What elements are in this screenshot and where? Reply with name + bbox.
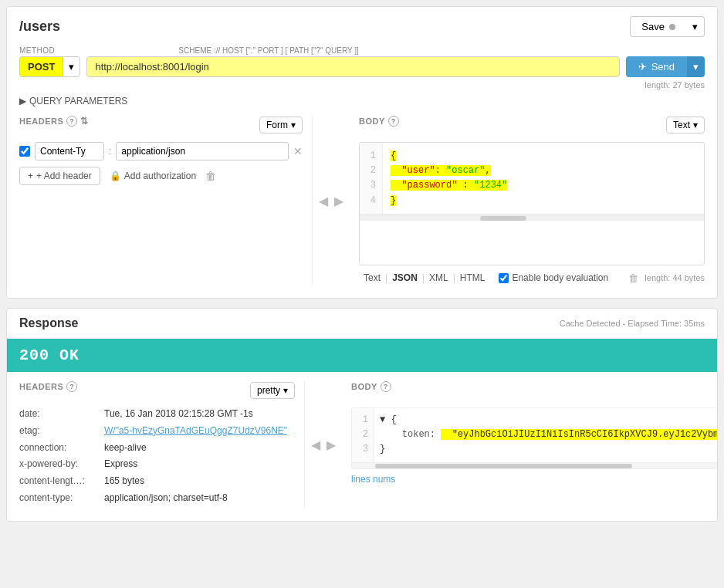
chevron-down-icon: ▾ xyxy=(692,21,698,32)
url-length: length: 27 bytes xyxy=(19,80,705,90)
body-trash-icon[interactable]: 🗑 xyxy=(628,272,638,284)
horizontal-scrollbar[interactable] xyxy=(360,215,704,221)
endpoint-title: /users xyxy=(19,19,60,35)
resp-header-key-xpoweredby: x-powered-by: xyxy=(19,458,104,471)
resp-header-key-date: date: xyxy=(19,407,104,421)
resp-code-content: ▼ { token: "eyJhbGciOiJIUzI1NiIsInR5cCI6… xyxy=(374,408,718,462)
lines-nums-label[interactable]: lines nums xyxy=(351,474,395,485)
expand-right-button[interactable]: ▶ xyxy=(331,192,347,210)
resp-headers-label: HEADERS xyxy=(19,382,63,391)
resp-headers-info-icon[interactable]: ? xyxy=(66,381,77,392)
resp-header-date: date: Tue, 16 Jan 2018 02:15:28 GMT -1s xyxy=(19,407,295,421)
headers-label: HEADERS xyxy=(19,117,63,126)
chevron-down-icon: ▾ xyxy=(693,61,699,73)
save-dot xyxy=(669,24,675,30)
body-length: length: 44 bytes xyxy=(644,273,705,282)
resp-header-val-connection: keep-alive xyxy=(104,441,147,455)
resp-body-label: BODY xyxy=(351,382,377,391)
resp-header-val-xpoweredby: Express xyxy=(104,458,137,471)
method-badge: POST xyxy=(19,56,63,77)
add-header-label: + Add header xyxy=(36,171,92,181)
headers-info-icon[interactable]: ? xyxy=(66,116,77,127)
resp-header-content-type: content-type: application/json; charset=… xyxy=(19,492,295,505)
status-200: 200 OK xyxy=(19,346,80,364)
cache-info: Cache Detected - Elapsed Time: 35ms xyxy=(560,319,705,328)
collapse-left-button[interactable]: ◀ xyxy=(316,192,331,210)
resp-header-key-etag: etag: xyxy=(19,424,104,438)
resp-body-info-icon[interactable]: ? xyxy=(381,381,391,392)
response-header-bar: Response Cache Detected - Elapsed Time: … xyxy=(7,309,717,339)
save-button[interactable]: Save xyxy=(630,16,686,37)
add-header-button[interactable]: + + Add header xyxy=(19,167,100,185)
query-params-label: QUERY PARAMETERS xyxy=(29,96,127,106)
header-key-input[interactable] xyxy=(35,142,104,161)
resp-header-key-content-type: content-type: xyxy=(19,492,104,505)
arrow-right-icon: ▶ xyxy=(19,96,26,106)
lock-icon: 🔒 xyxy=(110,171,121,181)
resp-header-etag: etag: W/"a5-hvEzyGnaTAdGEuQggZ7UdzV96NE" xyxy=(19,424,295,438)
header-colon: : xyxy=(109,146,111,157)
resp-line-numbers: 123 xyxy=(352,408,374,462)
enable-body-eval-text: Enable body evaluation xyxy=(512,272,608,283)
delete-headers-icon[interactable]: 🗑 xyxy=(205,170,216,182)
resp-header-x-powered-by: x-powered-by: Express xyxy=(19,458,295,471)
method-dropdown[interactable]: ▾ xyxy=(63,56,80,77)
resp-header-connection: connection: keep-alive xyxy=(19,441,295,455)
body-info-icon[interactable]: ? xyxy=(388,116,399,127)
resp-code-editor: 123 ▼ { token: "eyJhbGciOiJIUzI1NiIsInR5… xyxy=(351,407,718,469)
add-auth-button[interactable]: 🔒 Add authorization xyxy=(110,171,196,181)
chevron-down-icon: ▾ xyxy=(291,120,296,130)
method-label: METHOD xyxy=(19,46,55,55)
save-dropdown-button[interactable]: ▾ xyxy=(686,16,705,37)
enable-body-eval-checkbox[interactable] xyxy=(499,273,509,283)
format-json-button[interactable]: JSON xyxy=(387,270,422,286)
response-headers-list: date: Tue, 16 Jan 2018 02:15:28 GMT -1s … xyxy=(19,407,295,505)
resp-collapse-left-button[interactable]: ◀ xyxy=(308,436,323,454)
format-text-button[interactable]: Text xyxy=(359,270,385,286)
status-bar: 200 OK xyxy=(7,339,717,372)
chevron-down-icon: ▾ xyxy=(283,385,288,396)
resp-header-key-content-length: content-lengt…: xyxy=(19,475,104,488)
url-input[interactable] xyxy=(86,56,619,77)
sort-icon[interactable]: ⇅ xyxy=(80,116,89,127)
body-code-editor[interactable]: 1234 { "user": "oscar", "password" : "12… xyxy=(359,142,705,265)
resp-header-val-etag[interactable]: W/"a5-hvEzyGnaTAdGEuQggZ7UdzV96NE" xyxy=(104,424,287,438)
resp-expand-right-button[interactable]: ▶ xyxy=(323,436,339,454)
resp-pretty-dropdown[interactable]: pretty ▾ xyxy=(250,382,295,399)
header-delete-button[interactable]: ✕ xyxy=(293,145,303,157)
enable-body-eval-label[interactable]: Enable body evaluation xyxy=(499,272,608,283)
send-button[interactable]: ✈ Send xyxy=(626,56,687,77)
resp-header-val-date: Tue, 16 Jan 2018 02:15:28 GMT -1s xyxy=(104,407,253,421)
send-label: Send xyxy=(651,61,675,73)
format-xml-button[interactable]: XML xyxy=(425,270,453,286)
resp-scrollbar-thumb xyxy=(375,464,632,468)
resp-header-key-connection: connection: xyxy=(19,441,104,455)
plus-icon: + xyxy=(28,171,33,181)
form-label: Form xyxy=(266,120,288,130)
chevron-down-icon: ▾ xyxy=(69,61,74,73)
line-numbers: 1234 xyxy=(360,143,383,215)
resp-pretty-label: pretty xyxy=(257,385,280,396)
scheme-label: SCHEME :// HOST [":" PORT ] [ PATH ["?" … xyxy=(178,46,359,55)
code-content: { "user": "oscar", "password" : "1234" } xyxy=(383,143,515,215)
form-dropdown[interactable]: Form ▾ xyxy=(259,117,303,133)
resp-header-content-length: content-lengt…: 165 bytes xyxy=(19,475,295,488)
body-text-dropdown[interactable]: Text ▾ xyxy=(666,117,705,133)
resp-header-val-content-type: application/json; charset=utf-8 xyxy=(104,492,228,505)
format-html-button[interactable]: HTML xyxy=(455,270,490,286)
resp-header-val-content-length: 165 bytes xyxy=(104,475,144,488)
resp-horizontal-scrollbar[interactable] xyxy=(352,462,718,468)
body-label: BODY xyxy=(359,117,385,126)
query-params-toggle[interactable]: ▶ QUERY PARAMETERS xyxy=(19,96,705,106)
save-label: Save xyxy=(641,21,665,32)
response-title: Response xyxy=(19,316,78,330)
header-row: : ✕ xyxy=(19,142,303,161)
scrollbar-thumb xyxy=(480,216,526,221)
body-text-dropdown-label: Text xyxy=(673,120,690,130)
send-dropdown[interactable]: ▾ xyxy=(687,56,705,77)
header-value-input[interactable] xyxy=(116,142,289,161)
chevron-down-icon: ▾ xyxy=(693,120,698,130)
header-checkbox[interactable] xyxy=(19,146,30,157)
add-auth-label: Add authorization xyxy=(124,171,196,181)
send-icon: ✈ xyxy=(638,61,647,73)
